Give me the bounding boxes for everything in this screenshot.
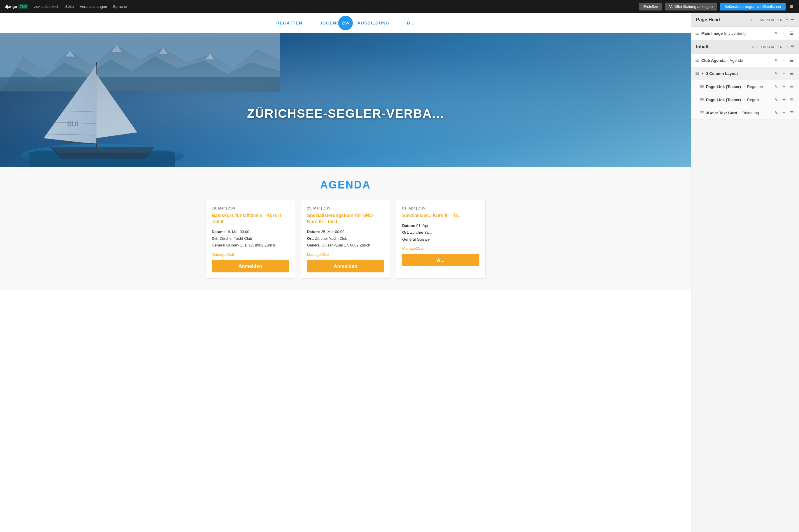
hamburger-menu-button[interactable]: ≡ [788,3,794,10]
club-agenda-label: Club Agenda – Agenda [701,58,771,63]
collapse-triangle-icon: ▼ [701,72,704,75]
page-head-add-button[interactable]: + [785,17,788,22]
nav-veranstaltungen[interactable]: Veranstaltungen [79,4,107,9]
admin-nav: Seite Veranstaltungen Sprache [65,4,127,9]
club-agenda-add-button[interactable]: + [781,57,786,63]
main-image-add-button[interactable]: + [781,30,786,36]
main-image-edit-button[interactable]: ✎ [773,30,779,36]
drag-handle[interactable] [695,32,699,35]
column-layout-add-button[interactable]: + [781,70,786,77]
card-1-manage[interactable]: Manage2Sail [212,252,289,257]
hero-title: ZÜRICHSEE-SEGLER-VERBA... [0,107,691,121]
page-link-regelk-add-button[interactable]: + [781,96,786,103]
inhalt-expand-button[interactable]: ALLE EINKLAPPEN [751,45,783,49]
card-2-title: Spezialisierungskurs für NRO - Kurs III … [307,213,384,225]
page-head-title: Page Head [696,17,750,22]
page-link-regatten-label: Page-Link (Teaser) → Regatten [706,84,771,89]
nav-more[interactable]: D... [407,20,415,25]
main-image-label: Main Image (my content) [701,31,771,36]
club-agenda-item: Club Agenda – Agenda ✎ + ☰ [691,54,799,67]
cms-badge: CMS [18,4,28,9]
card-2-info: Datum: 25. Mär 00:00 Ort: Zürcher Yacht … [307,228,384,249]
inhalt-title: Inhalt [696,44,751,50]
hero-overlay [0,33,691,167]
veroffentlichung-button[interactable]: Veröffentlichung anzeigen [665,3,717,11]
page-link-regatten-menu-button[interactable]: ☰ [789,83,795,90]
page-head-section: Page Head ALLE AUSKLAPPEN + ☰ Main Image… [691,13,799,40]
nav-jugend[interactable]: JUGEND [320,20,340,25]
admin-bar: django CMS zsv.saildock.ch Seite Veranst… [0,0,799,13]
inhalt-add-button[interactable]: + [785,44,788,50]
textcard-drag[interactable] [700,111,704,114]
card-3-date: 01. Apr | ZSV [402,206,479,210]
column-layout-item: ▼ 3 Column Layout ✎ + ☰ [691,67,799,80]
django-text: django [5,4,17,9]
column-layout-menu-button[interactable]: ☰ [789,71,795,76]
page-link-regatten-drag[interactable] [700,85,704,88]
club-agenda-menu-button[interactable]: ☰ [789,57,795,63]
column-layout-drag[interactable] [695,72,699,75]
card-1-title: Basiskurs für Offizielle - Kurs II - Tei… [212,213,289,225]
card-3-info: Datum: 01. Apr Ort: Zürcher Ya... Genera… [402,222,479,243]
textcard-edit-button[interactable]: ✎ [773,110,779,116]
page-link-regatten-edit-button[interactable]: ✎ [773,83,779,90]
card-3-anmelden-button[interactable]: A... [402,254,479,266]
right-panel: Page Head ALLE AUSKLAPPEN + ☰ Main Image… [691,13,799,532]
agenda-card-2: 25. Mär | ZSV Spezialisierungskurs für N… [301,200,391,279]
card-2-manage[interactable]: Manage2Sail [307,252,384,257]
column-layout-label: ▼ 3 Column Layout [701,71,771,76]
page-link-regelk-item: Page-Link (Teaser) → Regelk... ✎ + ☰ [691,93,799,106]
nav-ausbildung[interactable]: AUSBILDUNG [357,20,389,25]
main-image-menu-button[interactable]: ☰ [789,30,795,36]
admin-actions: Erstellen Veröffentlichung anzeigen Seit… [639,3,794,11]
page-link-regelk-edit-button[interactable]: ✎ [773,97,779,102]
textcard-menu-button[interactable]: ☰ [789,110,795,116]
page-link-regelk-label: Page-Link (Teaser) → Regelk... [706,98,771,102]
page-link-regelk-menu-button[interactable]: ☰ [789,97,795,102]
main-layout: REGATTEN JUGEND ZSV AUSBILDUNG D... [0,13,799,532]
page-link-regatten-add-button[interactable]: + [781,83,786,90]
agenda-card-3: 01. Apr | ZSV Spezialisier... Kurs III -… [396,200,486,279]
site-url: zsv.saildock.ch [34,4,59,9]
card-1-date: 19. Mär | ZSV [212,206,289,210]
agenda-card-1: 19. Mär | ZSV Basiskurs für Offizielle -… [205,200,295,279]
column-layout-edit-button[interactable]: ✎ [773,71,779,76]
card-1-anmelden-button[interactable]: Anmelden [212,260,289,272]
website-area: REGATTEN JUGEND ZSV AUSBILDUNG D... [0,13,691,532]
inhalt-header: Inhalt ALLE EINKLAPPEN + ☰ [691,40,799,54]
card-3-title: Spezialisier... Kurs III - Te... [402,213,479,219]
inhalt-menu-button[interactable]: ☰ [790,44,794,50]
page-link-regelk-drag[interactable] [700,98,704,101]
inhalt-section: Inhalt ALLE EINKLAPPEN + ☰ Club Agenda –… [691,40,799,119]
card-2-anmelden-button[interactable]: Anmelden [307,260,384,272]
nav-sprache[interactable]: Sprache [113,4,127,9]
seitanderungen-button[interactable]: Seitenänderungen veröffentlichen [720,3,785,11]
textcard-label: 3Cols: Text-Card – Einladung ... [706,111,771,115]
nav-regatten[interactable]: REGATTEN [276,20,302,25]
hero-section: SUI ZÜRICHSEE-SEGLER-VERBA... [0,33,691,167]
page-head-menu-button[interactable]: ☰ [790,17,794,22]
django-cms-logo: django CMS [5,4,28,9]
textcard-item: 3Cols: Text-Card – Einladung ... ✎ + ☰ [691,106,799,119]
card-3-manage[interactable]: Manage2Sail [402,246,479,250]
agenda-cards: 19. Mär | ZSV Basiskurs für Offizielle -… [205,200,486,279]
agenda-title: AGENDA [6,179,685,191]
card-2-date: 25. Mär | ZSV [307,206,384,210]
site-nav: REGATTEN JUGEND ZSV AUSBILDUNG D... [0,13,691,33]
site-logo: ZSV [338,16,353,30]
page-head-header: Page Head ALLE AUSKLAPPEN + ☰ [691,13,799,27]
club-agenda-drag[interactable] [695,59,699,62]
club-agenda-edit-button[interactable]: ✎ [773,57,779,63]
card-1-info: Datum: 19. Mär 00:00 Ort: Zürcher Yacht … [212,228,289,249]
main-image-item: Main Image (my content) ✎ + ☰ [691,27,799,40]
erstellen-button[interactable]: Erstellen [639,3,662,11]
page-link-regatten-item: Page-Link (Teaser) → Regatten ✎ + ☰ [691,80,799,93]
textcard-add-button[interactable]: + [781,110,786,116]
nav-links: REGATTEN JUGEND ZSV AUSBILDUNG D... [12,20,679,25]
agenda-section: AGENDA 19. Mär | ZSV Basiskurs für Offiz… [0,167,691,290]
nav-seite[interactable]: Seite [65,4,74,9]
page-head-expand-button[interactable]: ALLE AUSKLAPPEN [750,18,782,22]
